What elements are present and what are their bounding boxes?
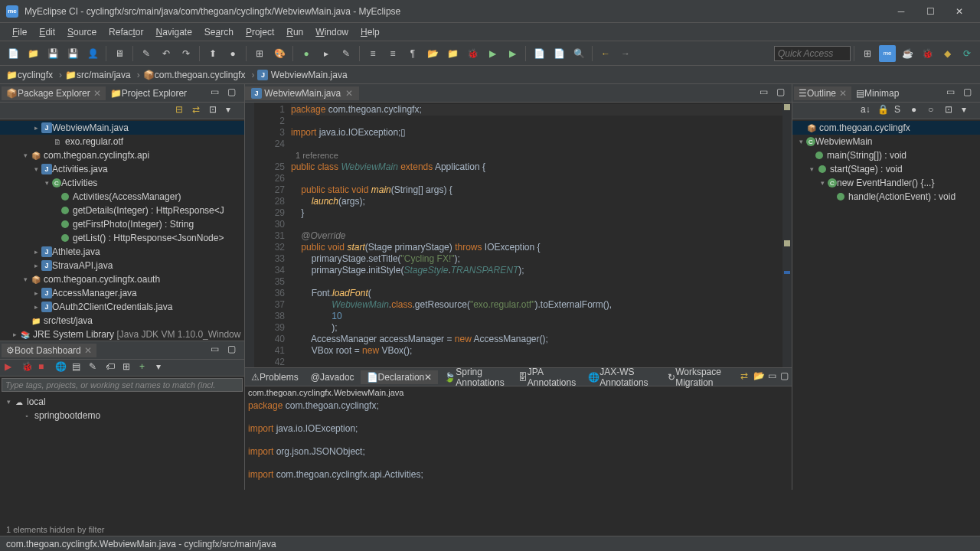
maximize-view-icon[interactable]: ▢ <box>227 344 241 357</box>
boot-filter-input[interactable]: Type tags, projects, or working set name… <box>2 378 243 392</box>
perspective-git-icon[interactable]: ◆ <box>939 45 956 62</box>
close-icon[interactable]: ✕ <box>839 88 847 99</box>
menu-file[interactable]: File <box>6 25 33 39</box>
back-icon[interactable]: ← <box>597 45 614 62</box>
edit-icon[interactable]: ✎ <box>89 361 103 375</box>
minimize-view-icon[interactable]: ▭ <box>946 86 960 100</box>
run-green-icon[interactable]: ● <box>298 45 315 62</box>
tab-jaxws[interactable]: 🌐 JAX-WS Annotations <box>582 365 662 390</box>
close-icon[interactable]: ✕ <box>424 372 432 383</box>
hide-static-icon[interactable]: S <box>894 104 908 118</box>
indent-icon[interactable]: ≡ <box>384 45 401 62</box>
crumb-package[interactable]: 📦 com.thegoan.cyclingfx <box>143 70 246 80</box>
crumb-srcfolder[interactable]: 📁 src/main/java <box>65 70 131 80</box>
maximize-view-icon[interactable]: ▢ <box>227 86 241 100</box>
tree-node-package[interactable]: ▾📦com.thegoan.cyclingfx.api <box>0 148 244 162</box>
new-class-icon[interactable]: 📄 <box>550 45 567 62</box>
add-icon[interactable]: + <box>139 361 153 375</box>
menu-edit[interactable]: Edit <box>33 25 61 39</box>
tab-minimap[interactable]: ▤ Minimap <box>851 86 903 100</box>
tab-javadoc[interactable]: @ Javadoc <box>305 370 361 384</box>
tab-boot-dashboard[interactable]: ⚙ Boot Dashboard✕ <box>2 344 96 357</box>
overview-ruler[interactable] <box>782 103 792 367</box>
hide-nonpublic-icon[interactable]: ● <box>911 104 925 118</box>
open-icon[interactable]: 📂 <box>753 370 765 384</box>
run-last-icon[interactable]: ▶ <box>504 45 521 62</box>
tree-node-file[interactable]: ▸JStravaAPI.java <box>0 259 244 272</box>
declaration-content[interactable]: package com.thegoan.cyclingfx; import ja… <box>245 399 792 490</box>
search-icon[interactable]: 🔍 <box>570 45 587 62</box>
new-project-icon[interactable]: 📁 <box>24 45 41 62</box>
tree-node-file[interactable]: ▸JAthlete.java <box>0 245 244 259</box>
new-wizard-icon[interactable]: 📄 <box>531 45 547 62</box>
crumb-file[interactable]: J WebviewMain.java <box>257 70 347 80</box>
stop-icon[interactable]: ■ <box>38 361 52 375</box>
menu-navigate[interactable]: Navigate <box>149 25 198 39</box>
tab-workspace[interactable]: ↻ Workspace Migration <box>662 365 739 390</box>
outline-tree[interactable]: 📦com.thegoan.cyclingfx ▾CWebviewMain mai… <box>792 119 980 490</box>
new-icon[interactable]: 📄 <box>5 45 21 62</box>
menu-project[interactable]: Project <box>240 25 280 39</box>
open-folder-icon[interactable]: 📂 <box>424 45 441 62</box>
outline-anon[interactable]: ▾Cnew EventHandler() {...} <box>792 176 980 190</box>
code-editor[interactable]: 12324 2526272829303132333435363738394041… <box>245 103 792 367</box>
tab-spring[interactable]: 🍃 Spring Annotations <box>438 365 512 390</box>
close-button[interactable]: ✕ <box>945 1 974 22</box>
focus-icon[interactable]: ⊡ <box>945 104 959 118</box>
wand-icon[interactable]: ✎ <box>138 45 155 62</box>
save-all-icon[interactable]: 💾 <box>64 45 81 62</box>
tree-node-file[interactable]: ▾JActivities.java <box>0 162 244 176</box>
tab-declaration[interactable]: 📄 Declaration ✕ <box>361 370 439 384</box>
tree-node-method[interactable]: Activities(AccessManager) <box>0 190 244 204</box>
crumb-project[interactable]: 📁 cyclingfx <box>6 70 53 80</box>
run-icon[interactable]: ▶ <box>484 45 501 62</box>
open-perspective-icon[interactable]: ⊞ <box>859 45 876 62</box>
quick-access-input[interactable] <box>774 46 851 61</box>
outline-class[interactable]: ▾CWebviewMain <box>792 135 980 148</box>
maximize-view-icon[interactable]: ▢ <box>963 86 977 100</box>
tag-icon[interactable]: 🏷 <box>106 361 119 375</box>
link-icon[interactable]: ⇄ <box>740 370 750 384</box>
tree-node-package[interactable]: ▾📦com.thegoan.cyclingfx.oauth <box>0 272 244 286</box>
outline-package[interactable]: 📦com.thegoan.cyclingfx <box>792 121 980 135</box>
tree-node-file[interactable]: ▸JAccessManager.java <box>0 286 244 300</box>
tree-node-font[interactable]: 🗎exo.regular.otf <box>0 135 244 148</box>
menu-icon[interactable]: ▾ <box>156 361 170 375</box>
close-icon[interactable]: ✕ <box>93 88 101 99</box>
menu-search[interactable]: Search <box>198 25 240 39</box>
tree-node-file[interactable]: ▸JOAuth2ClientCredentials.java <box>0 300 244 314</box>
para-icon[interactable]: ¶ <box>404 45 421 62</box>
menu-source[interactable]: Source <box>61 25 103 39</box>
minimize-button[interactable]: ─ <box>887 1 916 22</box>
package-explorer-tree[interactable]: ▸JWebviewMain.java 🗎exo.regular.otf ▾📦co… <box>0 119 244 341</box>
menu-refactor[interactable]: Refactor <box>103 25 149 39</box>
outline-method[interactable]: ▾start(Stage) : void <box>792 162 980 176</box>
collapse-all-icon[interactable]: ⊟ <box>175 104 189 118</box>
open-browser-icon[interactable]: 🌐 <box>55 361 69 375</box>
perspective-java-icon[interactable]: ☕ <box>899 45 916 62</box>
folder-icon[interactable]: 📁 <box>444 45 461 62</box>
close-icon[interactable]: ✕ <box>345 88 353 99</box>
save-icon[interactable]: 💾 <box>44 45 61 62</box>
maximize-view-icon[interactable]: ▢ <box>780 370 790 384</box>
editor-tab[interactable]: J WebviewMain.java✕ <box>245 86 359 100</box>
filter-icon[interactable]: ⊞ <box>122 361 136 375</box>
tab-jpa[interactable]: 🗄 JPA Annotations <box>512 365 582 390</box>
outline-method[interactable]: handle(ActionEvent) : void <box>792 190 980 204</box>
debug-boot-icon[interactable]: 🐞 <box>21 361 35 375</box>
server-icon[interactable]: 🖥 <box>111 45 128 62</box>
outline-method[interactable]: main(String[]) : void <box>792 148 980 162</box>
focus-icon[interactable]: ⊡ <box>209 104 223 118</box>
perspective-sync-icon[interactable]: ⟳ <box>959 45 975 62</box>
build-icon[interactable]: ▸ <box>318 45 335 62</box>
redo-icon[interactable]: ↷ <box>178 45 194 62</box>
menu-window[interactable]: Window <box>309 25 354 39</box>
view-menu-icon[interactable]: ▾ <box>226 104 240 118</box>
forward-icon[interactable]: → <box>617 45 634 62</box>
tree-node-class[interactable]: ▾CActivities <box>0 176 244 190</box>
palette-icon[interactable]: 🎨 <box>271 45 288 62</box>
close-icon[interactable]: ✕ <box>84 345 92 356</box>
tree-node-srcfolder[interactable]: 📁src/test/java <box>0 314 244 328</box>
view-menu-icon[interactable]: ▾ <box>962 104 975 118</box>
console-icon[interactable]: ▤ <box>72 361 86 375</box>
